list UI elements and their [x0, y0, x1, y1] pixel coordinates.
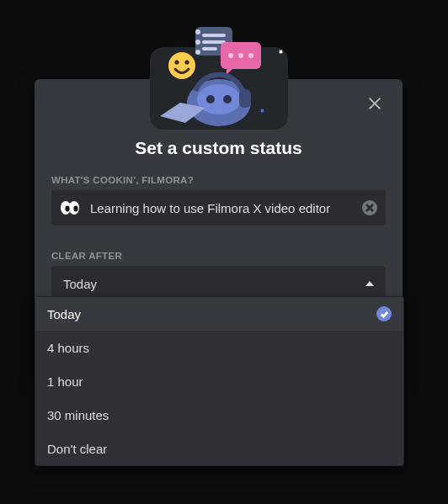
svg-point-12 — [174, 60, 179, 64]
svg-point-10 — [248, 53, 253, 58]
svg-point-13 — [184, 60, 189, 64]
svg-point-8 — [228, 53, 233, 58]
svg-rect-3 — [202, 47, 217, 50]
svg-rect-1 — [202, 34, 226, 37]
status-input-row — [51, 190, 386, 225]
option-label: 4 hours — [47, 341, 89, 355]
clear-status-button[interactable] — [362, 200, 377, 215]
svg-point-4 — [195, 29, 200, 34]
status-text-input[interactable] — [88, 200, 362, 216]
option-label: 1 hour — [47, 374, 83, 389]
svg-point-11 — [168, 52, 195, 79]
modal-title: Set a custom status — [51, 138, 386, 158]
caret-up-icon — [365, 281, 374, 286]
svg-point-21 — [65, 206, 69, 212]
option-label: Don't clear — [47, 442, 107, 456]
eyes-icon — [60, 200, 80, 215]
clear-input-icon — [365, 204, 374, 212]
option-label: 30 minutes — [47, 408, 109, 422]
close-button[interactable] — [365, 94, 384, 116]
clear-option-today[interactable]: Today — [35, 297, 403, 331]
check-icon — [380, 310, 389, 319]
modal-header: Set a custom status — [35, 79, 403, 168]
clear-after-dropdown: Today 4 hours 1 hour 30 minutes Don't cl… — [35, 296, 404, 466]
clear-option-1-hour[interactable]: 1 hour — [35, 364, 403, 398]
clear-option-4-hours[interactable]: 4 hours — [35, 331, 403, 364]
selected-check — [376, 306, 392, 321]
clear-option-dont-clear[interactable]: Don't clear — [35, 432, 403, 465]
svg-point-5 — [195, 40, 200, 45]
close-icon — [365, 94, 384, 113]
svg-point-22 — [73, 206, 77, 212]
svg-rect-2 — [202, 40, 226, 44]
svg-point-6 — [195, 50, 200, 55]
status-prompt-label: WHAT'S COOKIN', FILMORA? — [51, 175, 386, 185]
option-label: Today — [47, 307, 81, 321]
clear-after-selected-value: Today — [63, 277, 97, 291]
clear-option-30-minutes[interactable]: 30 minutes — [35, 398, 403, 432]
clear-after-label: CLEAR AFTER — [51, 251, 386, 261]
status-emoji-picker[interactable] — [60, 200, 80, 215]
svg-point-9 — [238, 53, 243, 58]
